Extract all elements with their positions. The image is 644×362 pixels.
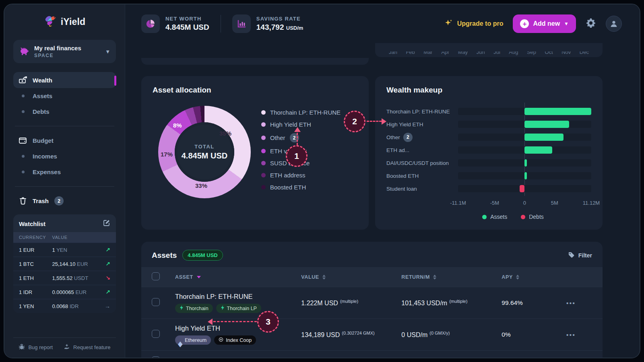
space-title: My real finances	[34, 45, 100, 51]
asset-name: ETH address	[175, 358, 301, 359]
filter-button[interactable]: Filter	[568, 251, 592, 259]
upgrade-to-pro-button[interactable]: Upgrade to pro	[444, 19, 504, 29]
watchlist-row[interactable]: 1 IDR0.000065 EUR↗	[13, 285, 116, 299]
trend-arrow-icon: ↗	[97, 247, 110, 253]
asset-return: 0 USD/m(0 GMX/y)	[401, 331, 502, 339]
wealth-category-label: Boosted ETH	[386, 173, 458, 179]
bar-track	[458, 159, 591, 167]
user-avatar[interactable]	[606, 16, 622, 32]
partial-card	[141, 58, 369, 65]
net-worth-stat: NET WORTH 4.845M USD	[141, 14, 209, 33]
sidebar-item-wealth[interactable]: Wealth	[13, 72, 116, 88]
legend-dot-icon	[261, 110, 266, 115]
legend-dot-icon	[482, 215, 487, 219]
brand-name: iYield	[61, 16, 86, 27]
asset-allocation-title: Asset allocation	[153, 86, 357, 95]
legend-item[interactable]: High Yield ETH	[261, 121, 341, 128]
watchlist-col-currency: CURRENCY	[19, 235, 52, 240]
settings-gear-icon[interactable]	[586, 18, 596, 30]
asset-tag[interactable]: Index Coop	[214, 335, 256, 345]
table-row[interactable]: High Yield ETH◆EthereumIndex Coop134,189…	[141, 319, 603, 350]
count-badge: 2	[403, 133, 413, 142]
filter-label: Filter	[578, 252, 592, 259]
select-all-checkbox[interactable]	[152, 272, 160, 280]
watchlist-currency: 1 YEN	[19, 303, 52, 309]
chevron-down-icon: ▼	[564, 21, 569, 27]
legend-label: Assets	[490, 214, 507, 220]
col-return[interactable]: RETURN/M	[401, 274, 502, 280]
watchlist-row[interactable]: 1 ETH1,555.52 USDT↘	[13, 271, 116, 285]
col-asset[interactable]: ASSET	[175, 274, 301, 280]
legend-item[interactable]: Other2	[261, 133, 341, 142]
asset-tag[interactable]: Thorchain LP	[216, 304, 261, 313]
sidebar-footer: Bug report Request feature	[13, 337, 116, 352]
sidebar-item-debts[interactable]: Debts	[13, 104, 116, 119]
wealth-makeup-card: Wealth makeup Thorchain LP: ETH-RUNEHigh…	[375, 76, 603, 230]
legend-dot-icon	[261, 185, 266, 189]
asset-value: 1.222M USD(multiple)	[301, 299, 401, 307]
trash-label: Trash	[33, 197, 49, 204]
table-row[interactable]: ETH address	[141, 350, 603, 358]
table-row[interactable]: Thorchain LP: ETH-RUNEThorchainThorchain…	[141, 287, 603, 319]
partial-cards-strip: JanFebMarAprMayJunJulAugSepOctNovDec	[141, 43, 603, 65]
request-feature-link[interactable]: Request feature	[64, 343, 111, 351]
watchlist-row[interactable]: 1 BTC25,144.10 EUR↗	[13, 257, 116, 271]
edit-icon[interactable]	[103, 219, 110, 228]
col-value[interactable]: VALUE	[301, 274, 401, 280]
sidebar-item-incomes[interactable]: Incomes	[13, 148, 116, 164]
legend-item[interactable]: Thorchain LP: ETH-RUNE	[261, 109, 341, 116]
active-indicator	[114, 76, 116, 86]
divider	[221, 15, 221, 33]
row-actions-button[interactable]: •••	[566, 331, 592, 338]
wealth-legend: AssetsDebts	[435, 214, 591, 220]
month-label: May	[458, 51, 468, 53]
add-new-button[interactable]: + Add new ▼	[513, 14, 576, 33]
row-checkbox[interactable]	[152, 330, 160, 338]
legend-item[interactable]: ETH validator	[261, 148, 341, 154]
asset-tag[interactable]: Thorchain	[175, 304, 213, 313]
row-checkbox[interactable]	[152, 298, 160, 306]
legend-item[interactable]: ETH address	[261, 172, 341, 179]
col-apy[interactable]: APY	[502, 274, 566, 280]
sidebar-item-budget[interactable]: Budget	[13, 133, 116, 148]
legend-label: Other	[270, 134, 285, 141]
watchlist-currency: 1 IDR	[19, 289, 52, 295]
divider	[15, 186, 114, 187]
sort-icon	[433, 275, 436, 280]
divider	[15, 126, 114, 126]
sidebar-item-assets[interactable]: Assets	[13, 88, 116, 104]
bar-track	[458, 108, 591, 115]
savings-rate-label: SAVINGS RATE	[256, 16, 303, 22]
donut-percent-label: 33%	[195, 182, 207, 189]
asset-tag[interactable]: ◆Ethereum	[175, 335, 211, 345]
space-selector[interactable]: My real finances SPACE ▼	[13, 40, 116, 63]
dot-icon	[22, 155, 25, 158]
savings-rate-stat: SAVINGS RATE 143,792 USD/m	[232, 14, 303, 33]
table-header-row: ASSET VALUE RETURN/M APY	[141, 267, 603, 287]
wealth-category-label: ETH ad...	[386, 147, 458, 153]
asset-name: Thorchain LP: ETH-RUNE	[175, 293, 253, 300]
wealth-bar-row: High Yield ETH	[386, 118, 591, 131]
row-actions-button[interactable]: •••	[566, 300, 592, 306]
bolt-icon	[180, 305, 184, 311]
dot-icon	[22, 95, 25, 97]
legend-label: Thorchain LP: ETH-RUNE	[270, 109, 341, 116]
axis-tick-label: 0	[523, 200, 526, 206]
row-checkbox[interactable]	[152, 356, 160, 358]
watchlist-row[interactable]: 1 YEN0.0068 IDR→	[13, 299, 116, 313]
wealth-category-label: Student loan	[386, 186, 458, 192]
bug-report-link[interactable]: Bug report	[19, 343, 53, 351]
asset-name: High Yield ETH	[175, 325, 220, 332]
legend-dot-icon	[261, 136, 266, 140]
sidebar-item-expenses[interactable]: Expenses	[13, 164, 116, 180]
legend-item[interactable]: Boosted ETH	[261, 184, 341, 191]
nav-label: Debts	[33, 108, 50, 115]
sidebar-item-trash[interactable]: Trash 2	[13, 193, 116, 209]
bar-track	[458, 121, 591, 128]
month-axis-labels: JanFebMarAprMayJunJulAugSepOctNovDec	[389, 51, 589, 56]
legend-item[interactable]: SUSD balance	[261, 160, 341, 167]
sparkle-icon	[444, 19, 453, 29]
watchlist-row[interactable]: 1 EUR1 YEN↗	[13, 243, 116, 257]
watchlist-col-value: VALUE	[52, 235, 97, 240]
sort-icon	[516, 275, 519, 280]
